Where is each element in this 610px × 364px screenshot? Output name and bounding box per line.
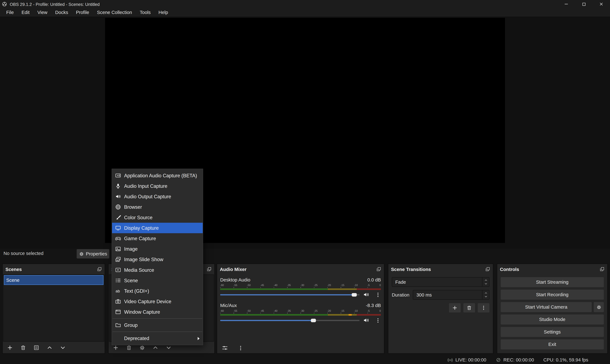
menu-item-video-capture-device[interactable]: Video Capture Device <box>112 296 203 307</box>
advanced-audio-properties-icon[interactable] <box>222 345 228 351</box>
start-virtual-camera-button[interactable]: Start Virtual Camera <box>501 302 592 312</box>
menu-item-deprecated[interactable]: Deprecated <box>112 333 203 344</box>
gamepad-icon <box>115 235 121 241</box>
menu-help[interactable]: Help <box>155 8 172 17</box>
popout-icon[interactable] <box>599 267 605 272</box>
text-icon <box>115 288 121 294</box>
scene-list-item-selected[interactable]: Scene <box>4 275 103 285</box>
menu-item-browser[interactable]: Browser <box>112 202 203 212</box>
move-source-up-icon[interactable] <box>152 345 158 351</box>
add-source-icon[interactable] <box>113 345 119 351</box>
tick-label: -30 <box>300 284 304 286</box>
kebab-menu-icon[interactable] <box>375 317 381 323</box>
popout-icon[interactable] <box>206 267 212 272</box>
menu-docks[interactable]: Docks <box>51 8 72 17</box>
app-audio-capture-icon <box>115 172 121 178</box>
chevron-up-icon <box>484 291 487 295</box>
exit-button[interactable]: Exit <box>501 339 604 350</box>
properties-button[interactable]: Properties <box>77 249 109 259</box>
tick-label: -55 <box>234 309 237 312</box>
popout-icon[interactable] <box>376 267 381 272</box>
move-scene-down-icon[interactable] <box>60 345 66 351</box>
start-recording-button[interactable]: Start Recording <box>501 289 604 300</box>
speaker-mute-icon[interactable] <box>363 317 369 323</box>
meter-scale: -60 -55 -50 -45 -40 -35 -30 -25 -20 -15 … <box>220 309 381 312</box>
menu-item-audio-output-capture[interactable]: Audio Output Capture <box>112 191 203 202</box>
broadcast-icon <box>447 357 453 363</box>
remove-transition-button[interactable] <box>463 303 475 312</box>
menu-item-application-audio-capture[interactable]: Application Audio Capture (BETA) <box>112 170 203 181</box>
scenes-panel: Scenes Scene <box>2 263 105 354</box>
menu-item-scene[interactable]: Scene <box>112 275 203 286</box>
menu-item-window-capture[interactable]: Window Capture <box>112 307 203 317</box>
tick-label: -5 <box>367 284 370 286</box>
mixer-channel-desktop-audio: Desktop Audio 0.0 dB -60 -55 -50 -45 -40… <box>220 276 381 298</box>
move-scene-up-icon[interactable] <box>47 345 53 351</box>
add-scene-icon[interactable] <box>7 345 13 351</box>
menu-view[interactable]: View <box>34 8 51 17</box>
transition-properties-button[interactable] <box>478 303 489 312</box>
scene-transitions-title: Scene Transitions <box>391 266 431 272</box>
remove-scene-icon[interactable] <box>20 345 26 351</box>
duration-spinbox[interactable]: 300 ms <box>413 290 489 300</box>
tick-label: -35 <box>287 309 291 312</box>
volume-slider[interactable] <box>220 320 360 321</box>
menu-item-image-slide-show[interactable]: Image Slide Show <box>112 254 203 265</box>
popout-icon[interactable] <box>97 267 102 272</box>
add-transition-button[interactable] <box>449 303 461 312</box>
transition-select-spinner[interactable] <box>482 277 489 286</box>
submenu-arrow-icon <box>198 337 200 340</box>
tick-label: -60 <box>220 284 224 286</box>
menu-item-group[interactable]: Group <box>112 320 203 330</box>
status-bar: LIVE: 00:00:00 REC: 00:00:00 CPU: 0.1%, … <box>0 355 610 364</box>
menu-file[interactable]: File <box>2 8 18 17</box>
speaker-mute-icon[interactable] <box>363 291 369 298</box>
transition-select[interactable]: Fade <box>392 277 489 287</box>
move-source-down-icon[interactable] <box>166 345 172 351</box>
audio-mixer-header: Audio Mixer <box>217 264 384 274</box>
close-button[interactable] <box>593 0 610 8</box>
minimize-button[interactable] <box>557 0 575 8</box>
minimize-icon <box>564 1 569 7</box>
virtual-camera-config-button[interactable] <box>594 302 604 312</box>
gear-icon <box>79 251 84 256</box>
window-title: OBS 29.1.2 - Profile: Untitled - Scenes:… <box>10 2 100 6</box>
studio-mode-button[interactable]: Studio Mode <box>501 314 604 325</box>
volume-slider-handle[interactable] <box>311 319 316 322</box>
menu-item-display-capture[interactable]: Display Capture <box>112 223 203 233</box>
camera-icon <box>115 299 121 304</box>
channel-volume-db: -8.3 dB <box>366 303 381 308</box>
menubar: File Edit View Docks Profile Scene Colle… <box>0 8 610 17</box>
menu-item-text-gdi[interactable]: Text (GDI+) <box>112 286 203 296</box>
maximize-button[interactable] <box>575 0 593 8</box>
scene-transitions-panel: Scene Transitions Fade Duration 300 ms <box>388 263 493 354</box>
settings-button[interactable]: Settings <box>501 327 604 337</box>
obs-logo-icon <box>2 1 7 7</box>
menu-item-image[interactable]: Image <box>112 244 203 254</box>
duration-spinner[interactable] <box>482 290 489 299</box>
kebab-menu-icon[interactable] <box>375 292 381 298</box>
volume-slider[interactable] <box>220 294 360 295</box>
popout-icon[interactable] <box>485 267 490 272</box>
menu-scene-collection[interactable]: Scene Collection <box>93 8 136 17</box>
source-properties-icon[interactable] <box>139 345 145 351</box>
scene-filters-icon[interactable] <box>34 345 40 351</box>
start-streaming-button[interactable]: Start Streaming <box>501 277 604 287</box>
menu-item-media-source[interactable]: Media Source <box>112 265 203 275</box>
menu-profile[interactable]: Profile <box>72 8 93 17</box>
volume-slider-handle[interactable] <box>352 293 357 296</box>
globe-icon <box>115 204 121 210</box>
maximize-icon <box>581 2 586 6</box>
menu-tools[interactable]: Tools <box>136 8 155 17</box>
menu-item-audio-input-capture[interactable]: Audio Input Capture <box>112 181 203 191</box>
plus-icon <box>452 305 458 311</box>
menu-item-color-source[interactable]: Color Source <box>112 212 203 223</box>
menu-edit[interactable]: Edit <box>18 8 34 17</box>
chevron-down-icon <box>484 282 487 286</box>
folder-icon <box>115 322 121 328</box>
menu-item-game-capture[interactable]: Game Capture <box>112 233 203 244</box>
image-icon <box>115 246 121 252</box>
kebab-menu-icon[interactable] <box>238 345 244 351</box>
controls-header: Controls <box>497 264 607 274</box>
remove-source-icon[interactable] <box>126 345 132 351</box>
